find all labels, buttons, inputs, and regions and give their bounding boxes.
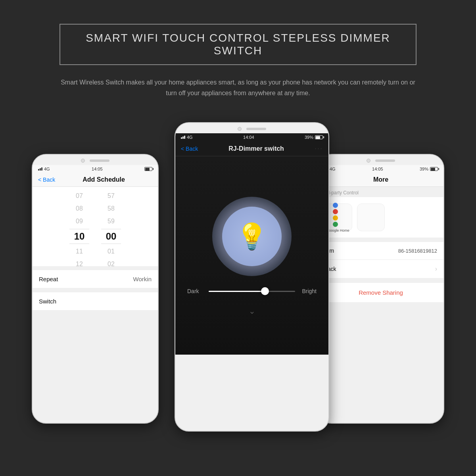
slider-fill — [209, 291, 265, 292]
network-center: 4G — [187, 135, 193, 140]
status-bar-right: 4G 14:05 39% — [318, 165, 443, 173]
brightness-slider-section: Dark Bright — [175, 276, 328, 306]
header-section: SMART WIFI TOUCH CONTROL STEPLESS DIMMER… — [60, 24, 416, 98]
signal-bars-center — [181, 136, 185, 139]
third-party-label: ird-party Control — [318, 187, 443, 197]
camera-center — [238, 127, 242, 131]
network-right: 4G — [330, 167, 336, 171]
hours-column: 07 08 09 10 11 12 13 — [69, 191, 89, 262]
phone-top-right — [318, 155, 443, 165]
back-button-left[interactable]: < Back — [38, 177, 55, 183]
dimmer-display: 💡 Dark Bright ⌄ — [175, 156, 328, 355]
back-row[interactable]: back › — [318, 260, 443, 278]
subtitle: Smart Wireless Switch makes all your hom… — [60, 77, 416, 98]
third-party-row: Google Home — [318, 197, 443, 238]
repeat-value: Workin — [133, 276, 152, 282]
switch-row[interactable]: Switch — [33, 292, 158, 311]
phone-right: 4G 14:05 39% More ird-party Control — [317, 154, 444, 424]
camera-right — [367, 159, 370, 163]
nav-bar-right: More — [318, 173, 443, 187]
nav-title-left: Add Schedule — [55, 176, 152, 183]
phone-center: 4G 14:04 39% < Back RJ-Dimmer switch ···… — [175, 122, 329, 432]
nav-bar-center: < Back RJ-Dimmer switch ··· — [175, 141, 328, 156]
from-row: rom 86-15816819812 — [318, 242, 443, 260]
dark-label: Dark — [187, 288, 203, 294]
time-left: 14:05 — [92, 167, 103, 171]
battery-pct-center: 39% — [305, 135, 313, 140]
nav-title-center: RJ-Dimmer switch — [198, 145, 315, 152]
speaker-left — [90, 159, 109, 162]
time-center: 14:04 — [243, 135, 254, 140]
status-bar-left: 4G 14:05 — [33, 165, 158, 173]
title-box: SMART WIFI TOUCH CONTROL STEPLESS DIMMER… — [60, 24, 416, 65]
minutes-column: 57 58 59 00 01 02 03 — [101, 191, 121, 262]
bulb-glow: 💡 — [212, 197, 292, 276]
nav-title-right: More — [324, 176, 438, 183]
camera-left — [81, 159, 85, 163]
bulb-container[interactable]: 💡 — [212, 197, 292, 276]
bulb-circle: 💡 — [222, 207, 282, 266]
slider-track[interactable] — [209, 291, 295, 292]
more-button-center[interactable]: ··· — [315, 144, 323, 153]
phone-top-left — [33, 155, 158, 165]
phone-left: 4G 14:05 < Back Add Schedule 07 08 09 10… — [32, 154, 159, 424]
nav-bar-left: < Back Add Schedule — [33, 173, 158, 187]
switch-label: Switch — [39, 298, 56, 305]
repeat-row[interactable]: Repeat Workin — [33, 270, 158, 288]
bulb-icon: 💡 — [236, 222, 268, 251]
google-home-label: Google Home — [327, 228, 349, 232]
repeat-label: Repeat — [39, 276, 58, 282]
chevron-right-icon: › — [435, 265, 437, 273]
network-left: 4G — [44, 167, 50, 171]
back-button-center[interactable]: < Back — [181, 146, 198, 152]
info-section: rom 86-15816819812 back › — [318, 242, 443, 278]
main-title: SMART WIFI TOUCH CONTROL STEPLESS DIMMER… — [76, 32, 400, 57]
chevron-down-icon[interactable]: ⌄ — [249, 306, 255, 322]
battery-right — [430, 167, 438, 171]
speaker-right — [375, 159, 395, 162]
google-dots — [333, 203, 344, 227]
battery-pct-right: 39% — [420, 167, 428, 171]
slider-thumb[interactable] — [261, 287, 269, 295]
speaker-center — [246, 128, 266, 130]
remove-sharing-button[interactable]: Remove Sharing — [318, 282, 443, 303]
phone-top-center — [175, 123, 328, 133]
battery-center — [315, 135, 323, 139]
status-bar-center: 4G 14:04 39% — [175, 133, 328, 141]
time-picker[interactable]: 07 08 09 10 11 12 13 57 58 59 00 01 02 0… — [33, 187, 158, 266]
more-content: ird-party Control Google Home rom 86-15 — [318, 187, 443, 303]
from-value: 86-15816819812 — [398, 248, 437, 254]
other-service-item[interactable] — [357, 203, 385, 231]
bright-label: Bright — [301, 288, 317, 294]
time-right: 14:05 — [372, 167, 383, 171]
phones-container: 4G 14:05 < Back Add Schedule 07 08 09 10… — [20, 122, 456, 447]
signal-bars-left — [38, 167, 42, 171]
battery-left — [144, 167, 152, 171]
